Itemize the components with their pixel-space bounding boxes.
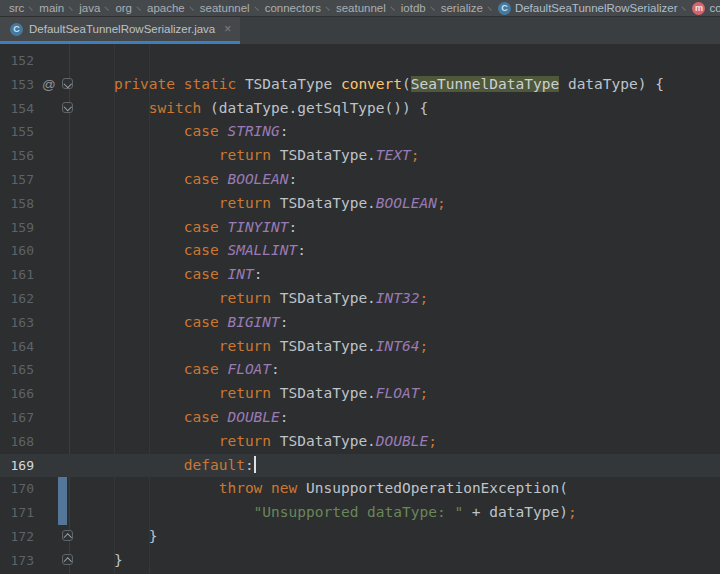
line-number[interactable]: 168: [0, 430, 34, 454]
code-line[interactable]: return TSDataType.TEXT;: [79, 144, 420, 168]
line-number[interactable]: 164: [0, 335, 34, 359]
class-icon: C: [498, 2, 511, 15]
editor-row: 158 return TSDataType.BOOLEAN;: [0, 192, 720, 216]
editor-row: 170 throw new UnsupportedOperationExcept…: [0, 477, 720, 501]
editor-row: 154 switch (dataType.getSqlType()) {: [0, 97, 720, 121]
line-number[interactable]: 157: [0, 168, 34, 192]
line-number[interactable]: 167: [0, 406, 34, 430]
nav-item-label: seatunnel: [336, 2, 386, 14]
line-number[interactable]: 173: [0, 549, 34, 573]
gutter: [34, 358, 79, 382]
editor-row: 171 "Unsupported dataType: " + dataType)…: [0, 501, 720, 525]
code-line[interactable]: }: [79, 525, 158, 549]
vcs-change-marker[interactable]: [58, 501, 67, 525]
code-line[interactable]: case TINYINT:: [79, 216, 297, 240]
code-line[interactable]: default:: [79, 454, 256, 478]
chevron-up-icon: [64, 534, 72, 542]
code-line[interactable]: "Unsupported dataType: " + dataType);: [79, 501, 577, 525]
line-number[interactable]: 155: [0, 120, 34, 144]
nav-item-label: org: [115, 2, 132, 14]
nav-item-label: DefaultSeaTunnelRowSerializer: [515, 2, 678, 14]
line-number[interactable]: 156: [0, 144, 34, 168]
line-number[interactable]: 163: [0, 311, 34, 335]
tab-file[interactable]: C DefaultSeaTunnelRowSerializer.java ×: [0, 17, 240, 44]
gutter: [34, 216, 79, 240]
code-line[interactable]: case BOOLEAN:: [79, 168, 297, 192]
fold-collapse-icon[interactable]: [62, 102, 73, 113]
code-line[interactable]: return TSDataType.BOOLEAN;: [79, 192, 446, 216]
code-line[interactable]: return TSDataType.DOUBLE;: [79, 430, 437, 454]
editor-row: 155 case STRING:: [0, 120, 720, 144]
code-line[interactable]: }: [79, 549, 123, 573]
fold-collapse-icon[interactable]: [62, 78, 73, 89]
line-number[interactable]: 172: [0, 525, 34, 549]
nav-item-label: main: [39, 2, 64, 14]
breadcrumb-separator-icon: [136, 6, 140, 10]
line-number[interactable]: 161: [0, 263, 34, 287]
code-line[interactable]: case FLOAT:: [79, 358, 280, 382]
code-line[interactable]: case INT:: [79, 263, 262, 287]
nav-item-label: iotdb: [401, 2, 426, 14]
line-number[interactable]: 154: [0, 97, 34, 121]
line-number[interactable]: 165: [0, 358, 34, 382]
nav-item-org[interactable]: org: [115, 2, 132, 14]
code-line[interactable]: return TSDataType.INT64;: [79, 335, 428, 359]
line-number[interactable]: 158: [0, 192, 34, 216]
editor-row: 168 return TSDataType.DOUBLE;: [0, 430, 720, 454]
line-number[interactable]: 169: [0, 454, 34, 478]
line-number[interactable]: 171: [0, 501, 34, 525]
gutter: [34, 477, 79, 501]
close-icon[interactable]: ×: [224, 22, 231, 36]
nav-item-connectors[interactable]: connectors: [265, 2, 321, 14]
line-number[interactable]: 170: [0, 477, 34, 501]
code-line[interactable]: return TSDataType.INT32;: [79, 287, 428, 311]
code-line[interactable]: case SMALLINT:: [79, 239, 306, 263]
code-line[interactable]: private static TSDataType convert(SeaTun…: [79, 73, 664, 97]
nav-item-seatunnel[interactable]: seatunnel: [200, 2, 250, 14]
code-line[interactable]: throw new UnsupportedOperationException(: [79, 477, 568, 501]
nav-item-apache[interactable]: apache: [147, 2, 185, 14]
line-number[interactable]: 162: [0, 287, 34, 311]
editor-row: 153@ private static TSDataType convert(S…: [0, 73, 720, 97]
line-number[interactable]: 152: [0, 49, 34, 73]
nav-item-convert[interactable]: mconvert: [692, 2, 720, 15]
editor-tab-bar: C DefaultSeaTunnelRowSerializer.java ×: [0, 17, 720, 44]
gutter: [34, 406, 79, 430]
nav-item-DefaultSeaTunnelRowSerializer[interactable]: CDefaultSeaTunnelRowSerializer: [498, 2, 678, 15]
code-line[interactable]: return TSDataType.FLOAT;: [79, 382, 428, 406]
code-line[interactable]: switch (dataType.getSqlType()) {: [79, 97, 428, 121]
fold-end-icon[interactable]: [62, 554, 73, 565]
breadcrumb-separator-icon: [105, 6, 109, 10]
nav-item-iotdb[interactable]: iotdb: [401, 2, 426, 14]
code-line[interactable]: case DOUBLE:: [79, 406, 289, 430]
nav-item-label: apache: [147, 2, 185, 14]
code-line[interactable]: case STRING:: [79, 120, 289, 144]
code-editor: 152153@ private static TSDataType conver…: [0, 44, 720, 574]
gutter: [34, 430, 79, 454]
breadcrumb-separator-icon: [29, 6, 33, 10]
gutter: [34, 525, 79, 549]
breadcrumb-separator-icon: [325, 6, 329, 10]
chevron-up-icon: [64, 558, 72, 566]
vcs-change-marker[interactable]: [58, 477, 67, 501]
editor-row: 161 case INT:: [0, 263, 720, 287]
line-number[interactable]: 166: [0, 382, 34, 406]
line-number[interactable]: 159: [0, 216, 34, 240]
line-number[interactable]: 160: [0, 239, 34, 263]
gutter: [34, 192, 79, 216]
line-number[interactable]: 153: [0, 73, 34, 97]
nav-item-java[interactable]: java: [79, 2, 100, 14]
class-icon: C: [10, 23, 23, 36]
editor-row: 173 }: [0, 549, 720, 573]
nav-item-main[interactable]: main: [39, 2, 64, 14]
code-line[interactable]: case BIGINT:: [79, 311, 289, 335]
editor-row: 156 return TSDataType.TEXT;: [0, 144, 720, 168]
gutter: [34, 335, 79, 359]
nav-item-seatunnel[interactable]: seatunnel: [336, 2, 386, 14]
editor-row: 159 case TINYINT:: [0, 216, 720, 240]
breadcrumb-separator-icon: [682, 6, 686, 10]
nav-item-serialize[interactable]: serialize: [441, 2, 483, 14]
nav-item-src[interactable]: src: [9, 2, 24, 14]
gutter: [34, 49, 79, 73]
fold-end-icon[interactable]: [62, 530, 73, 541]
